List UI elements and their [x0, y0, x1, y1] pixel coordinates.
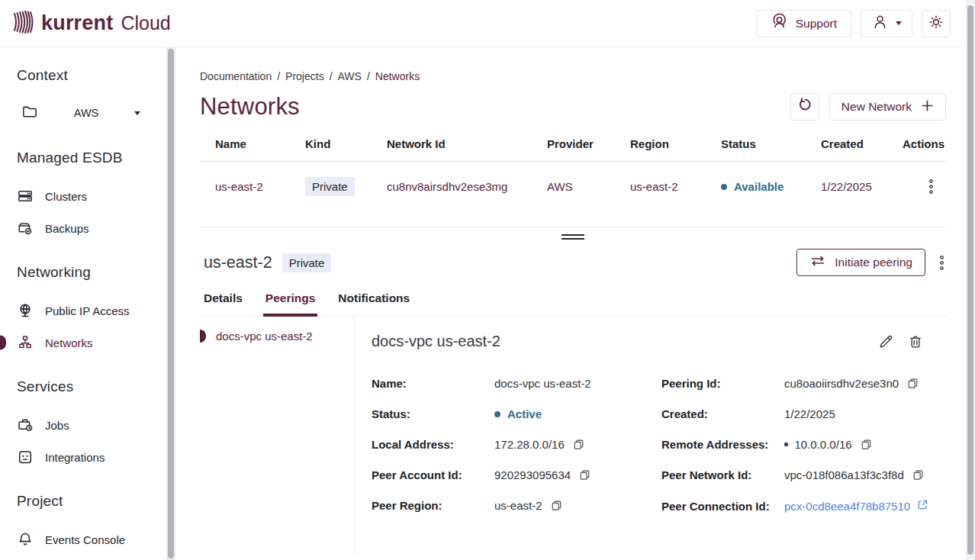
sidebar-heading-managed-esdb: Managed ESDB: [17, 150, 166, 166]
breadcrumb-separator: /: [330, 70, 333, 82]
status-dot: [494, 411, 500, 417]
main-content: Documentation / Projects / AWS / Network…: [175, 47, 966, 560]
peering-list-item[interactable]: docs-vpc us-east-2: [200, 330, 354, 343]
breadcrumb-separator: /: [277, 70, 280, 82]
sidebar-heading-project: Project: [17, 493, 166, 510]
sidebar-scrollbar[interactable]: [166, 47, 175, 560]
page-scrollbar[interactable]: [966, 0, 975, 560]
field-peer-connection-id: Peer Connection Id: pcx-0cd8eea4f78b8751…: [661, 499, 946, 513]
clusters-icon: [17, 188, 34, 204]
sidebar-item-public-ip-access[interactable]: Public IP Access: [17, 294, 166, 327]
cell-region: us-east-2: [630, 180, 721, 193]
sidebar-item-integrations[interactable]: Integrations: [17, 441, 166, 473]
col-name: Name: [215, 137, 305, 150]
kind-badge: Private: [305, 177, 355, 196]
col-provider: Provider: [547, 137, 630, 150]
tab-details[interactable]: Details: [204, 291, 243, 316]
cell-created: 1/22/2025: [821, 180, 903, 193]
globe-icon: [17, 302, 34, 319]
col-network-id: Network Id: [387, 137, 547, 150]
table-row[interactable]: us-east-2 Private cu8nv8airsdhv2ese3mg A…: [200, 162, 946, 213]
theme-toggle-button[interactable]: [922, 10, 951, 37]
user-menu-button[interactable]: [861, 10, 912, 37]
sidebar-item-label: Public IP Access: [45, 304, 130, 317]
breadcrumb: Documentation / Projects / AWS / Network…: [200, 70, 946, 82]
network-tree-icon: [17, 334, 34, 351]
field-peering-id: Peering Id: cu8oaoiirsdhv2ese3n0: [661, 377, 946, 390]
sidebar-item-label: Networks: [45, 336, 93, 349]
plus-icon: [921, 99, 934, 115]
copy-icon[interactable]: [861, 439, 872, 450]
page-title: Networks: [200, 93, 300, 121]
resize-drag-handle[interactable]: [562, 232, 584, 242]
copy-icon[interactable]: [573, 439, 584, 450]
breadcrumb-aws[interactable]: AWS: [338, 70, 362, 82]
status-dot: [721, 184, 727, 190]
peering-title: docs-vpc us-east-2: [372, 333, 500, 350]
kurrent-cloud-logo[interactable]: kurrent Cloud: [12, 9, 171, 38]
col-region: Region: [630, 137, 721, 150]
sun-icon: [928, 14, 944, 34]
selected-peering-marker: [200, 330, 206, 343]
field-local-address: Local Address: 172.28.0.0/16: [372, 438, 661, 451]
chevron-down-icon: [134, 111, 140, 115]
initiate-peering-button[interactable]: Initiate peering: [796, 249, 925, 276]
new-network-label: New Network: [841, 100, 912, 114]
sidebar-item-label: Integrations: [45, 451, 105, 464]
sidebar-scrollbar-thumb[interactable]: [168, 49, 174, 558]
page-scrollbar-thumb[interactable]: [967, 5, 973, 555]
table-header-row: Name Kind Network Id Provider Region Sta…: [200, 137, 946, 162]
new-network-button[interactable]: New Network: [829, 93, 946, 121]
field-peer-account-id: Peer Account Id: 920293095634: [372, 468, 661, 481]
tab-notifications[interactable]: Notifications: [338, 291, 410, 316]
sidebar-item-clusters[interactable]: Clusters: [17, 180, 166, 212]
breadcrumb-projects[interactable]: Projects: [285, 70, 324, 82]
col-created: Created: [821, 137, 903, 150]
peering-detail-pane: docs-vpc us-east-2: [355, 317, 946, 555]
field-status: Status: Active: [372, 407, 661, 420]
col-kind: Kind: [305, 137, 387, 150]
initiate-peering-label: Initiate peering: [835, 256, 912, 269]
peering-status: Active: [507, 407, 542, 420]
edit-peering-button[interactable]: [877, 333, 895, 353]
context-selected-label: AWS: [38, 107, 134, 119]
field-peer-region: Peer Region: us-east-2: [372, 499, 661, 512]
field-peer-network-id: Peer Network Id: vpc-018f086a13f3c3f8d: [661, 468, 946, 481]
sidebar-item-jobs[interactable]: Jobs: [17, 409, 166, 441]
peerings-list: docs-vpc us-east-2: [200, 317, 355, 555]
sidebar-heading-services: Services: [17, 378, 166, 395]
detail-kind-badge: Private: [282, 253, 332, 272]
breadcrumb-documentation[interactable]: Documentation: [200, 70, 272, 82]
peering-fields-left: Name: docs-vpc us-east-2 Status: Active …: [372, 377, 661, 530]
copy-icon[interactable]: [551, 500, 562, 511]
col-status: Status: [721, 137, 821, 150]
row-kebab-menu-button[interactable]: [927, 175, 935, 198]
cell-provider: AWS: [547, 180, 630, 193]
support-button[interactable]: Support: [756, 10, 851, 37]
tab-peerings[interactable]: Peerings: [265, 291, 315, 316]
folder-icon: [21, 103, 38, 123]
field-created: Created: 1/22/2025: [661, 407, 946, 420]
sidebar-item-settings[interactable]: Settings: [17, 555, 166, 560]
copy-icon[interactable]: [579, 469, 590, 481]
outlet-icon: [17, 449, 34, 465]
sidebar-item-events-console[interactable]: Events Console: [17, 523, 166, 555]
swap-arrows-icon: [809, 256, 826, 269]
context-selector[interactable]: AWS: [17, 98, 148, 128]
cell-name[interactable]: us-east-2: [215, 180, 305, 193]
peer-connection-link[interactable]: pcx-0cd8eea4f78b87510: [784, 499, 928, 513]
sidebar-item-networks[interactable]: Networks: [17, 327, 166, 359]
sidebar-item-backups[interactable]: Backups: [17, 212, 166, 244]
sidebar-heading-networking: Networking: [17, 264, 166, 281]
top-header: kurrent Cloud Support: [0, 0, 966, 47]
panel-divider: [200, 227, 946, 246]
detail-kebab-menu-button[interactable]: [938, 252, 946, 274]
copy-icon[interactable]: [907, 378, 919, 389]
sidebar-heading-context: Context: [17, 67, 166, 84]
refresh-button[interactable]: [790, 93, 819, 121]
delete-peering-button[interactable]: [906, 333, 925, 353]
peering-item-label[interactable]: docs-vpc us-east-2: [216, 330, 313, 343]
external-link-icon: [917, 499, 928, 513]
detail-title: us-east-2: [204, 253, 272, 272]
copy-icon[interactable]: [912, 469, 924, 481]
